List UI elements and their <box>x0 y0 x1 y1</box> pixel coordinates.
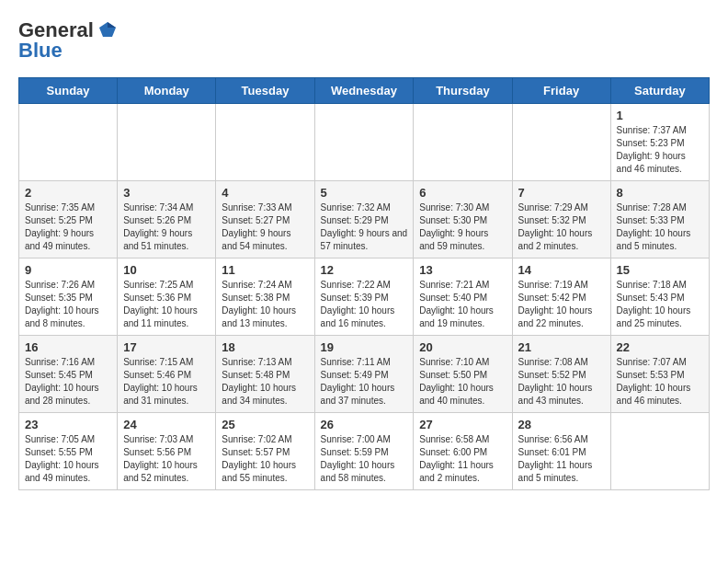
calendar-cell: 3Sunrise: 7:34 AM Sunset: 5:26 PM Daylig… <box>118 181 216 259</box>
calendar-cell: 24Sunrise: 7:03 AM Sunset: 5:56 PM Dayli… <box>118 413 216 490</box>
day-info: Sunrise: 7:02 AM Sunset: 5:57 PM Dayligh… <box>222 433 308 485</box>
calendar-cell: 22Sunrise: 7:07 AM Sunset: 5:53 PM Dayli… <box>610 336 709 413</box>
logo-blue-text: Blue <box>18 39 63 63</box>
day-number: 6 <box>419 186 506 200</box>
day-number: 23 <box>25 418 111 431</box>
day-info: Sunrise: 7:15 AM Sunset: 5:46 PM Dayligh… <box>123 356 210 408</box>
calendar-cell <box>512 104 610 181</box>
day-number: 2 <box>25 186 111 200</box>
day-number: 3 <box>123 186 210 200</box>
calendar-cell: 23Sunrise: 7:05 AM Sunset: 5:55 PM Dayli… <box>19 413 118 490</box>
logo-flag-icon <box>97 20 118 40</box>
day-number: 27 <box>419 418 506 431</box>
day-number: 28 <box>518 418 605 431</box>
day-info: Sunrise: 7:03 AM Sunset: 5:56 PM Dayligh… <box>123 433 210 485</box>
calendar-cell: 28Sunrise: 6:56 AM Sunset: 6:01 PM Dayli… <box>512 413 610 490</box>
day-info: Sunrise: 7:08 AM Sunset: 5:52 PM Dayligh… <box>518 356 605 408</box>
calendar-cell: 8Sunrise: 7:28 AM Sunset: 5:33 PM Daylig… <box>610 181 709 259</box>
calendar-cell: 2Sunrise: 7:35 AM Sunset: 5:25 PM Daylig… <box>19 181 118 259</box>
day-info: Sunrise: 7:34 AM Sunset: 5:26 PM Dayligh… <box>123 201 210 253</box>
day-of-week-sunday: Sunday <box>19 78 118 104</box>
day-info: Sunrise: 7:28 AM Sunset: 5:33 PM Dayligh… <box>617 201 703 253</box>
day-info: Sunrise: 7:18 AM Sunset: 5:43 PM Dayligh… <box>617 279 703 330</box>
svg-marker-1 <box>108 22 116 28</box>
day-number: 18 <box>222 340 308 354</box>
calendar-cell <box>414 104 512 181</box>
day-number: 7 <box>518 186 605 200</box>
day-number: 5 <box>321 186 408 200</box>
day-number: 15 <box>617 263 703 277</box>
day-number: 13 <box>419 263 506 277</box>
day-info: Sunrise: 7:37 AM Sunset: 5:23 PM Dayligh… <box>617 124 703 176</box>
calendar-cell: 1Sunrise: 7:37 AM Sunset: 5:23 PM Daylig… <box>610 104 709 181</box>
day-number: 20 <box>419 340 506 354</box>
calendar-cell: 19Sunrise: 7:11 AM Sunset: 5:49 PM Dayli… <box>314 336 414 413</box>
day-number: 12 <box>321 263 408 277</box>
calendar-cell: 13Sunrise: 7:21 AM Sunset: 5:40 PM Dayli… <box>414 259 512 336</box>
calendar-cell: 7Sunrise: 7:29 AM Sunset: 5:32 PM Daylig… <box>512 181 610 259</box>
day-info: Sunrise: 7:11 AM Sunset: 5:49 PM Dayligh… <box>321 356 408 408</box>
calendar-cell: 11Sunrise: 7:24 AM Sunset: 5:38 PM Dayli… <box>216 259 314 336</box>
calendar-cell: 21Sunrise: 7:08 AM Sunset: 5:52 PM Dayli… <box>512 336 610 413</box>
day-number: 8 <box>617 186 703 200</box>
day-number: 14 <box>518 263 605 277</box>
day-number: 24 <box>123 418 210 431</box>
calendar-cell: 5Sunrise: 7:32 AM Sunset: 5:29 PM Daylig… <box>314 181 414 259</box>
day-number: 11 <box>222 263 308 277</box>
calendar-table: SundayMondayTuesdayWednesdayThursdayFrid… <box>18 77 710 490</box>
day-info: Sunrise: 7:07 AM Sunset: 5:53 PM Dayligh… <box>617 356 703 408</box>
day-info: Sunrise: 7:13 AM Sunset: 5:48 PM Dayligh… <box>222 356 308 408</box>
calendar-cell: 16Sunrise: 7:16 AM Sunset: 5:45 PM Dayli… <box>19 336 118 413</box>
day-of-week-monday: Monday <box>118 78 216 104</box>
day-number: 19 <box>321 340 408 354</box>
calendar-cell <box>118 104 216 181</box>
day-of-week-wednesday: Wednesday <box>314 78 414 104</box>
calendar-cell <box>610 413 709 490</box>
calendar-cell: 27Sunrise: 6:58 AM Sunset: 6:00 PM Dayli… <box>414 413 512 490</box>
calendar-cell: 17Sunrise: 7:15 AM Sunset: 5:46 PM Dayli… <box>118 336 216 413</box>
calendar-cell: 20Sunrise: 7:10 AM Sunset: 5:50 PM Dayli… <box>414 336 512 413</box>
day-info: Sunrise: 7:25 AM Sunset: 5:36 PM Dayligh… <box>123 279 210 330</box>
day-number: 4 <box>222 186 308 200</box>
day-info: Sunrise: 7:00 AM Sunset: 5:59 PM Dayligh… <box>321 433 408 485</box>
logo: General Blue <box>18 18 118 63</box>
day-number: 10 <box>123 263 210 277</box>
page-header: General Blue <box>18 18 710 63</box>
day-number: 26 <box>321 418 408 431</box>
calendar-cell: 9Sunrise: 7:26 AM Sunset: 5:35 PM Daylig… <box>19 259 118 336</box>
day-info: Sunrise: 6:56 AM Sunset: 6:01 PM Dayligh… <box>518 433 605 485</box>
calendar-cell: 10Sunrise: 7:25 AM Sunset: 5:36 PM Dayli… <box>118 259 216 336</box>
calendar-cell <box>314 104 414 181</box>
day-info: Sunrise: 7:32 AM Sunset: 5:29 PM Dayligh… <box>321 201 408 253</box>
calendar-cell: 4Sunrise: 7:33 AM Sunset: 5:27 PM Daylig… <box>216 181 314 259</box>
day-info: Sunrise: 7:21 AM Sunset: 5:40 PM Dayligh… <box>419 279 506 330</box>
calendar-cell: 6Sunrise: 7:30 AM Sunset: 5:30 PM Daylig… <box>414 181 512 259</box>
day-info: Sunrise: 7:24 AM Sunset: 5:38 PM Dayligh… <box>222 279 308 330</box>
day-info: Sunrise: 7:29 AM Sunset: 5:32 PM Dayligh… <box>518 201 605 253</box>
day-info: Sunrise: 6:58 AM Sunset: 6:00 PM Dayligh… <box>419 433 506 485</box>
day-number: 21 <box>518 340 605 354</box>
day-of-week-thursday: Thursday <box>414 78 512 104</box>
calendar-cell: 15Sunrise: 7:18 AM Sunset: 5:43 PM Dayli… <box>610 259 709 336</box>
day-info: Sunrise: 7:16 AM Sunset: 5:45 PM Dayligh… <box>25 356 111 408</box>
day-info: Sunrise: 7:22 AM Sunset: 5:39 PM Dayligh… <box>321 279 408 330</box>
day-info: Sunrise: 7:05 AM Sunset: 5:55 PM Dayligh… <box>25 433 111 485</box>
day-of-week-friday: Friday <box>512 78 610 104</box>
day-number: 22 <box>617 340 703 354</box>
day-info: Sunrise: 7:33 AM Sunset: 5:27 PM Dayligh… <box>222 201 308 253</box>
day-number: 1 <box>617 109 703 122</box>
day-number: 16 <box>25 340 111 354</box>
day-info: Sunrise: 7:35 AM Sunset: 5:25 PM Dayligh… <box>25 201 111 253</box>
day-info: Sunrise: 7:30 AM Sunset: 5:30 PM Dayligh… <box>419 201 506 253</box>
calendar-cell: 26Sunrise: 7:00 AM Sunset: 5:59 PM Dayli… <box>314 413 414 490</box>
calendar-cell: 12Sunrise: 7:22 AM Sunset: 5:39 PM Dayli… <box>314 259 414 336</box>
calendar-cell <box>19 104 118 181</box>
calendar-cell: 18Sunrise: 7:13 AM Sunset: 5:48 PM Dayli… <box>216 336 314 413</box>
day-info: Sunrise: 7:10 AM Sunset: 5:50 PM Dayligh… <box>419 356 506 408</box>
day-number: 9 <box>25 263 111 277</box>
calendar-cell <box>216 104 314 181</box>
day-of-week-saturday: Saturday <box>610 78 709 104</box>
day-info: Sunrise: 7:19 AM Sunset: 5:42 PM Dayligh… <box>518 279 605 330</box>
calendar-cell: 14Sunrise: 7:19 AM Sunset: 5:42 PM Dayli… <box>512 259 610 336</box>
calendar-cell: 25Sunrise: 7:02 AM Sunset: 5:57 PM Dayli… <box>216 413 314 490</box>
